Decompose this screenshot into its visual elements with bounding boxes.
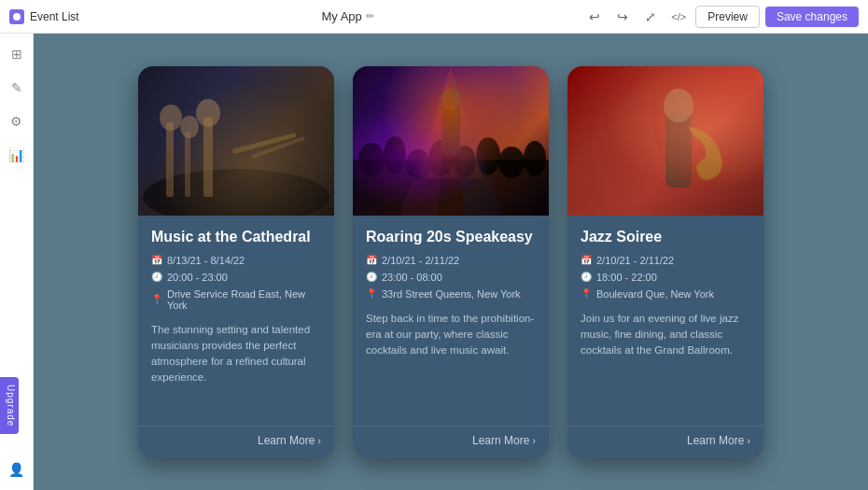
svg-rect-19 (441, 104, 460, 155)
save-button[interactable]: Save changes (765, 7, 859, 27)
svg-point-26 (651, 66, 763, 188)
clock-icon-3: 🕗 (581, 272, 592, 282)
svg-point-12 (384, 136, 406, 174)
card-title-jazz: Jazz Soiree (581, 229, 750, 245)
svg-rect-3 (185, 132, 190, 197)
svg-point-13 (406, 149, 430, 179)
event-card-music-cathedral[interactable]: Music at the Cathedral 📅 8/13/21 - 8/14/… (138, 66, 334, 458)
main-content: Music at the Cathedral 📅 8/13/21 - 8/14/… (34, 34, 868, 490)
center-app-title: My App (321, 9, 361, 23)
app-logo-icon (9, 9, 24, 24)
svg-marker-23 (451, 66, 502, 216)
svg-rect-4 (203, 118, 213, 197)
svg-point-15 (454, 146, 476, 177)
card-image-concert-inner (353, 66, 549, 216)
card-time-roaring: 🕗 23:00 - 08:00 (366, 272, 536, 283)
card-image-jazz-inner (567, 66, 763, 216)
sidebar-item-settings[interactable]: ⚙ (4, 108, 30, 134)
svg-point-25 (664, 89, 693, 122)
card-footer-roaring: Learn More › (353, 426, 549, 458)
card-date-music: 📅 8/13/21 - 8/14/22 (151, 255, 321, 266)
card-time-jazz: 🕗 18:00 - 22:00 (581, 272, 750, 283)
svg-rect-24 (665, 113, 692, 188)
chevron-right-icon-3: › (747, 435, 750, 446)
card-location-roaring: 📍 33rd Street Queens, New York (366, 288, 536, 300)
card-image-music (138, 66, 334, 216)
card-image-concert (353, 66, 549, 216)
svg-rect-2 (166, 122, 174, 197)
location-icon-3: 📍 (581, 288, 592, 299)
edit-title-icon[interactable]: ✏ (366, 10, 374, 22)
cursor-button[interactable]: ⤢ (639, 6, 662, 28)
redo-button[interactable]: ↪ (611, 6, 634, 28)
card-time-music: 🕗 20:00 - 23:00 (151, 272, 321, 283)
card-location-music: 📍 Drive Service Road East, New York (151, 288, 321, 311)
chevron-right-icon: › (317, 435, 321, 446)
card-body-music: Music at the Cathedral 📅 8/13/21 - 8/14/… (138, 216, 334, 420)
card-footer-jazz: Learn More › (567, 426, 763, 458)
svg-point-18 (524, 141, 546, 176)
card-title-roaring: Roaring 20s Speakeasy (366, 229, 536, 245)
svg-rect-8 (232, 133, 297, 154)
card-description-roaring: Step back in time to the prohibition-era… (366, 311, 536, 411)
clock-icon: 🕗 (151, 272, 162, 282)
card-body-roaring: Roaring 20s Speakeasy 📅 2/10/21 - 2/11/2… (353, 216, 549, 420)
learn-more-music[interactable]: Learn More › (258, 434, 321, 447)
preview-button[interactable]: Preview (695, 6, 760, 28)
chevron-right-icon-2: › (532, 435, 536, 446)
svg-rect-10 (353, 160, 549, 216)
svg-point-17 (498, 147, 525, 178)
app-section-title: Event List (30, 10, 79, 23)
sidebar: ⊞ ✎ ⚙ 📊 Upgrade 👤 (0, 34, 34, 490)
card-date-roaring: 📅 2/10/21 - 2/11/22 (366, 255, 536, 266)
location-icon: 📍 (151, 294, 162, 304)
svg-point-11 (358, 143, 385, 176)
sidebar-item-grid[interactable]: ⊞ (4, 41, 30, 67)
sidebar-item-user[interactable]: 👤 (4, 456, 30, 483)
code-button[interactable]: </> (667, 6, 690, 28)
svg-point-1 (143, 169, 329, 216)
card-title-music: Music at the Cathedral (151, 229, 321, 245)
clock-icon-2: 🕗 (366, 272, 377, 282)
svg-point-20 (441, 88, 460, 110)
svg-rect-9 (251, 135, 305, 158)
svg-point-5 (160, 105, 182, 131)
topbar-left: Event List (0, 9, 112, 24)
calendar-icon: 📅 (151, 255, 162, 265)
card-image-orchestra (138, 66, 334, 216)
calendar-icon-3: 📅 (581, 255, 592, 265)
card-image-jazz (567, 66, 763, 216)
topbar: Event List My App ✏ ↩ ↪ ⤢ </> Preview Sa… (0, 0, 868, 34)
card-description-music: The stunning setting and talented musici… (151, 322, 321, 411)
svg-marker-21 (418, 66, 483, 178)
svg-point-16 (476, 137, 500, 175)
event-card-roaring-20s[interactable]: Roaring 20s Speakeasy 📅 2/10/21 - 2/11/2… (353, 66, 549, 458)
card-location-jazz: 📍 Boulevard Que, New York (581, 288, 750, 300)
card-date-jazz: 📅 2/10/21 - 2/11/22 (581, 255, 750, 266)
event-card-jazz[interactable]: Jazz Soiree 📅 2/10/21 - 2/11/22 🕗 18:00 … (567, 66, 763, 458)
undo-button[interactable]: ↩ (583, 6, 606, 28)
card-body-jazz: Jazz Soiree 📅 2/10/21 - 2/11/22 🕗 18:00 … (567, 216, 763, 420)
learn-more-roaring[interactable]: Learn More › (472, 434, 536, 447)
card-description-jazz: Join us for an evening of live jazz musi… (581, 311, 750, 411)
learn-more-jazz[interactable]: Learn More › (687, 434, 750, 447)
upgrade-tab[interactable]: Upgrade (0, 377, 19, 434)
svg-point-6 (180, 116, 199, 138)
sidebar-item-chart[interactable]: 📊 (4, 142, 30, 168)
location-icon-2: 📍 (366, 288, 377, 299)
sidebar-item-edit[interactable]: ✎ (4, 75, 30, 101)
svg-point-7 (196, 99, 220, 127)
svg-point-0 (13, 13, 21, 21)
topbar-center: My App ✏ (112, 9, 583, 23)
svg-marker-22 (399, 66, 451, 216)
calendar-icon-2: 📅 (366, 255, 377, 265)
topbar-right: ↩ ↪ ⤢ </> Preview Save changes (583, 6, 868, 28)
svg-point-14 (428, 140, 455, 175)
card-footer-music: Learn More › (138, 426, 334, 458)
